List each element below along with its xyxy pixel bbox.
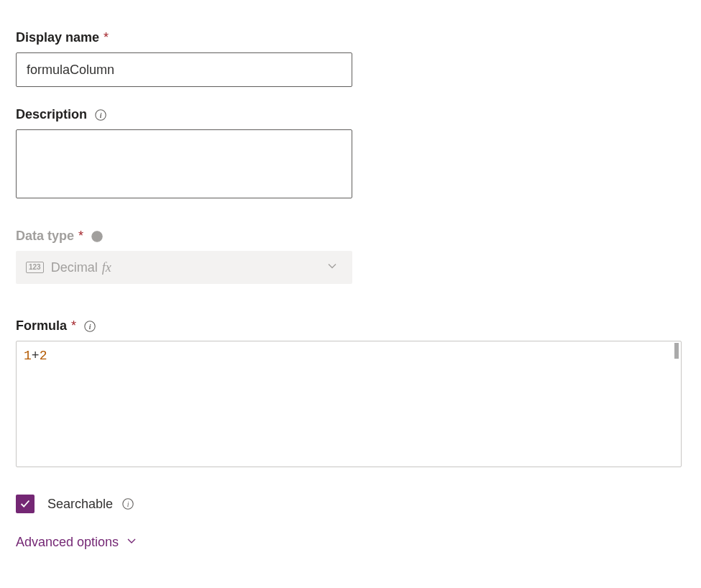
required-asterisk: *	[104, 30, 109, 45]
display-name-group: Display name *	[16, 30, 685, 87]
data-type-select: 123 Decimal fx	[16, 251, 352, 284]
formula-editor-wrapper: 1+2	[16, 341, 682, 467]
formula-label: Formula * i	[16, 318, 685, 334]
searchable-label: Searchable	[47, 497, 113, 512]
info-icon[interactable]: i	[91, 230, 104, 243]
info-icon[interactable]: i	[122, 497, 134, 510]
data-type-label-text: Data type	[16, 229, 74, 244]
formula-input[interactable]	[17, 341, 681, 467]
description-label: Description i	[16, 107, 685, 122]
description-input[interactable]	[16, 129, 352, 198]
data-type-value: Decimal	[51, 260, 98, 275]
svg-text:i: i	[100, 111, 102, 119]
svg-text:i: i	[89, 322, 91, 330]
description-group: Description i	[16, 107, 685, 201]
number-type-icon: 123	[26, 262, 44, 273]
display-name-input[interactable]	[16, 52, 352, 87]
searchable-row: Searchable i	[16, 495, 685, 513]
chevron-down-icon	[126, 535, 137, 550]
data-type-label: Data type * i	[16, 229, 685, 244]
advanced-options-label: Advanced options	[16, 535, 119, 550]
display-name-label-text: Display name	[16, 30, 99, 45]
scrollbar-thumb[interactable]	[674, 343, 679, 359]
formula-group: Formula * i 1+2	[16, 318, 685, 467]
required-asterisk: *	[71, 318, 76, 334]
advanced-options-toggle[interactable]: Advanced options	[16, 535, 685, 550]
chevron-down-icon	[326, 260, 338, 275]
info-icon[interactable]: i	[83, 320, 96, 333]
form-container: Display name * Description i Data type *…	[0, 0, 701, 564]
fx-icon: fx	[102, 260, 111, 275]
data-type-group: Data type * i 123 Decimal fx	[16, 229, 685, 284]
svg-text:i: i	[127, 500, 129, 508]
required-asterisk: *	[78, 229, 83, 244]
formula-label-text: Formula	[16, 318, 67, 334]
info-icon[interactable]: i	[94, 109, 107, 121]
searchable-checkbox[interactable]	[16, 495, 35, 513]
svg-text:i: i	[96, 232, 98, 240]
description-label-text: Description	[16, 107, 87, 122]
display-name-label: Display name *	[16, 30, 685, 45]
